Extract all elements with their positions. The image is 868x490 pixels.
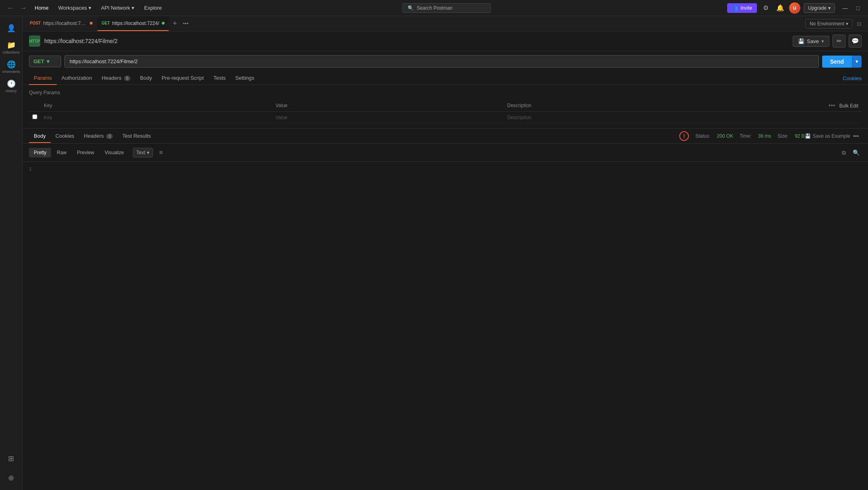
headers-tab-label: Headers (102, 75, 122, 81)
avatar[interactable]: U (789, 2, 800, 14)
settings-tab-label: Settings (235, 75, 254, 81)
resp-headers-label: Headers (84, 133, 104, 139)
gear-icon: ⚙ (763, 4, 769, 12)
key-cell[interactable] (41, 112, 272, 123)
response-tabs-bar: Body Cookies Headers 3 Test Results ! St… (23, 128, 868, 144)
search-response-icon: 🔍 (853, 149, 860, 156)
tab2-url: https://localhost:7224/ (112, 21, 159, 26)
forward-button[interactable]: → (18, 2, 29, 14)
status-code: 200 OK (717, 133, 733, 139)
resp-format-pretty[interactable]: Pretty (29, 148, 51, 157)
tab-authorization[interactable]: Authorization (57, 72, 97, 85)
value-cell[interactable] (272, 112, 504, 123)
description-column-header: Description (504, 99, 736, 112)
save-label: Save (807, 38, 819, 44)
response-tab-cookies[interactable]: Cookies (51, 130, 79, 143)
upgrade-button[interactable]: Upgrade ▾ (804, 3, 835, 13)
tab2-dot (162, 22, 165, 25)
status-text-label: Status: (695, 133, 710, 139)
copy-response-button[interactable]: ⧉ (838, 147, 849, 158)
search-bar[interactable]: 🔍 Search Postman (402, 3, 491, 13)
save-as-example-button[interactable]: 💾 Save as Example (805, 133, 850, 139)
url-input[interactable] (64, 55, 819, 68)
key-input[interactable] (44, 115, 269, 120)
tab-1[interactable]: POST https://localhost:7224 (26, 17, 97, 31)
response-tab-headers[interactable]: Headers 3 (79, 130, 118, 143)
add-tab-button[interactable]: + (169, 18, 181, 29)
resp-body-label: Body (34, 133, 46, 139)
tab-params[interactable]: Params (29, 72, 57, 85)
cookies-link[interactable]: Cookies (843, 75, 862, 81)
format-type-label: Text (136, 150, 145, 155)
sidebar-item-environments[interactable]: 🌐 vironments (2, 58, 20, 76)
bulk-edit-button[interactable]: Bulk Edit (839, 103, 858, 109)
edit-button[interactable]: ✏ (833, 35, 845, 48)
nav-home[interactable]: Home (31, 3, 53, 12)
nav-workspaces[interactable]: Workspaces ▾ (54, 3, 95, 12)
environment-selector[interactable]: No Environment ▾ (805, 19, 853, 29)
content-area: POST https://localhost:7224 GET https://… (23, 16, 868, 490)
workspaces-label: Workspaces (58, 5, 87, 11)
request-title: https://localhost:7224/Filme/2 (44, 38, 789, 44)
tab-body[interactable]: Body (135, 72, 157, 85)
settings-button[interactable]: ⚙ (760, 2, 771, 14)
wrap-button[interactable]: ≡ (155, 147, 167, 158)
maximize-button[interactable]: □ (853, 3, 863, 13)
resp-cookies-label: Cookies (56, 133, 74, 139)
response-tab-test-results[interactable]: Test Results (118, 130, 156, 143)
tab-tests[interactable]: Tests (208, 72, 230, 85)
resp-format-preview[interactable]: Preview (72, 148, 99, 157)
preview-label: Preview (77, 150, 94, 155)
save-icon: 💾 (798, 38, 804, 44)
resp-format-visualize[interactable]: Visualize (100, 148, 129, 157)
nav-explore[interactable]: Explore (140, 3, 166, 12)
resp-format-raw[interactable]: Raw (52, 148, 71, 157)
tab-2[interactable]: GET https://localhost:7224/ (97, 17, 168, 31)
sidebar-item-add[interactable]: ⊕ (2, 469, 20, 487)
workspaces-caret-icon: ▾ (89, 5, 91, 11)
tab-prerequest[interactable]: Pre-request Script (157, 72, 209, 85)
right-sidebar-toggle[interactable]: ⊟ (854, 18, 865, 29)
tab-headers[interactable]: Headers 6 (97, 72, 135, 85)
invite-button[interactable]: 👥 Invite (727, 3, 757, 13)
sidebar-item-apps[interactable]: ⊞ (2, 450, 20, 467)
request-header: HTTP https://localhost:7224/Filme/2 💾 Sa… (23, 31, 868, 51)
description-cell[interactable] (504, 112, 736, 123)
send-button[interactable]: Send (822, 56, 852, 68)
description-input[interactable] (507, 115, 732, 120)
tab2-method: GET (101, 21, 110, 25)
search-icon: 🔍 (408, 5, 414, 11)
value-input[interactable] (276, 115, 501, 120)
save-example-label: Save as Example (813, 133, 850, 139)
tab-settings[interactable]: Settings (231, 72, 259, 85)
search-response-button[interactable]: 🔍 (850, 147, 862, 158)
status-area: ! Status: 200 OK Time: 36 ms Size: 92 B (679, 131, 805, 141)
sidebar-item-collections[interactable]: 📁 collections (2, 39, 20, 56)
send-button-group: Send ▾ (822, 56, 862, 68)
sidebar-item-user[interactable]: 👤 (2, 19, 20, 37)
more-tabs-icon: ••• (183, 21, 189, 27)
method-selector[interactable]: GET ▾ (29, 56, 61, 67)
raw-label: Raw (57, 150, 66, 155)
more-tabs-button[interactable]: ••• (181, 20, 190, 27)
response-tab-body[interactable]: Body (29, 130, 51, 143)
params-section: Query Params Key Value Description ••• B… (23, 85, 868, 128)
tabs-bar: POST https://localhost:7224 GET https://… (23, 16, 868, 31)
sidebar-item-history[interactable]: 🕐 History (2, 77, 20, 95)
line-numbers: 1 (29, 166, 862, 174)
notifications-button[interactable]: 🔔 (775, 2, 786, 14)
nav-right-area: 👥 Invite ⚙ 🔔 U Upgrade ▾ — □ (727, 2, 863, 14)
table-more-icon[interactable]: ••• (829, 102, 835, 109)
comment-button[interactable]: 💬 (849, 35, 862, 48)
response-more-button[interactable]: ••• (850, 130, 862, 142)
minimize-button[interactable]: — (840, 3, 850, 13)
back-button[interactable]: ← (5, 2, 16, 14)
history-label: History (5, 89, 16, 93)
nav-api-network[interactable]: API Network ▾ (97, 3, 138, 12)
save-button[interactable]: 💾 Save ▾ (793, 36, 829, 47)
wrap-icon: ≡ (159, 149, 163, 156)
format-type-selector[interactable]: Text ▾ (133, 148, 153, 157)
row-checkbox[interactable] (32, 114, 37, 119)
request-type-icon: HTTP (29, 35, 40, 47)
send-dropdown-button[interactable]: ▾ (852, 56, 862, 68)
